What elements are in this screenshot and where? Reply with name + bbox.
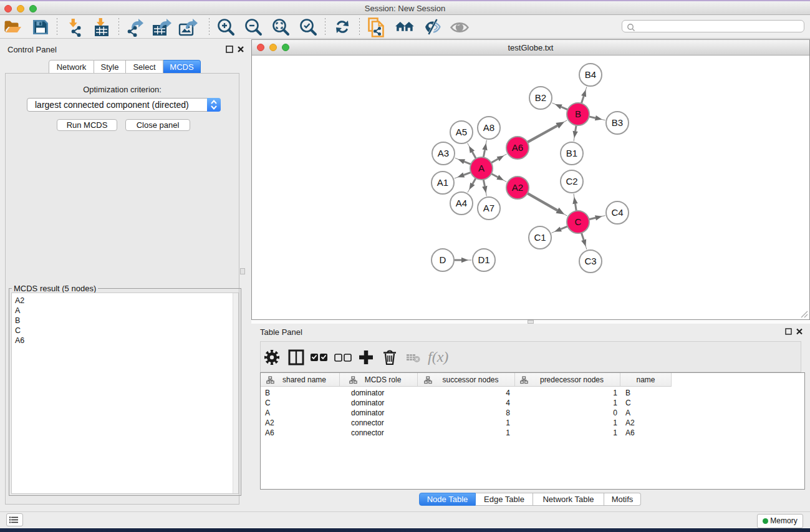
svg-text:f(x): f(x) — [428, 349, 448, 365]
svg-text:C2: C2 — [566, 176, 577, 186]
svg-text:B2: B2 — [535, 92, 546, 103]
svg-text:D1: D1 — [478, 254, 489, 265]
svg-text:C3: C3 — [584, 256, 596, 266]
svg-text:D: D — [440, 254, 446, 265]
svg-text:C1: C1 — [534, 232, 546, 243]
svg-text:A5: A5 — [456, 127, 467, 137]
svg-text:A: A — [478, 163, 485, 173]
svg-text:A1: A1 — [437, 177, 448, 188]
svg-text:A6: A6 — [512, 142, 523, 153]
svg-text:A3: A3 — [438, 148, 449, 158]
svg-text:B4: B4 — [585, 69, 596, 80]
svg-text:A8: A8 — [483, 122, 494, 133]
svg-text:C4: C4 — [611, 207, 623, 218]
svg-text:B3: B3 — [612, 117, 623, 128]
svg-text:B1: B1 — [566, 148, 577, 158]
svg-text:A2: A2 — [512, 182, 523, 193]
svg-text:B: B — [575, 109, 581, 119]
svg-text:A4: A4 — [456, 198, 467, 208]
svg-text:C: C — [575, 216, 582, 227]
svg-text:A7: A7 — [483, 203, 494, 213]
